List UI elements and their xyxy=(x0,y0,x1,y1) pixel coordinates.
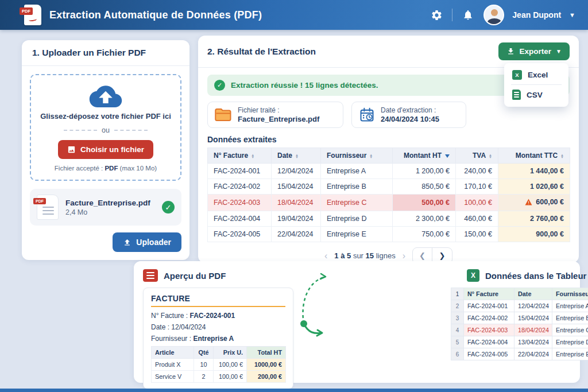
avatar[interactable] xyxy=(483,5,504,25)
topbar-divider xyxy=(452,9,452,21)
table-row: FAC-2024-00419/04/2024Entreprise D 2 300… xyxy=(208,211,570,227)
sheet-header-row: 1 N° Facture Date Fournisseur Montant HT… xyxy=(451,288,588,300)
invoice-number-value: FAC-2024-001 xyxy=(190,312,235,320)
export-menu: X Excel CSV xyxy=(504,63,568,107)
upload-icon xyxy=(123,238,131,247)
mini-col-qte: Qté xyxy=(194,347,214,359)
file-name: Facture_Entreprise.pdf xyxy=(65,199,155,207)
sort-icon: ▲▼ xyxy=(560,154,564,158)
check-circle-icon: ✓ xyxy=(162,201,175,214)
divider-dash xyxy=(64,130,97,131)
invoice-item-row: Produit X 10 100,00 € 1000,00 € xyxy=(152,359,286,371)
sheet-row: 2 FAC-2024-00112/04/2024Entreprise A 1 2… xyxy=(451,300,588,312)
mini-col-article: Article xyxy=(152,347,194,359)
table-header-row: N° Facture▲▼ Date▲▼ Fournisseur▲▼ Montan… xyxy=(208,148,570,164)
pdf-badge: PDF xyxy=(33,198,46,204)
dropzone-text: Glissez-déposez votre fichier PDF ici xyxy=(38,112,173,121)
warning-icon xyxy=(525,199,532,207)
col-header-tva[interactable]: TVA▲▼ xyxy=(456,148,498,164)
mini-col-prix: Prix U. xyxy=(214,347,247,359)
table-row-alert: FAC-2024-00318/04/2024Entreprise C 500,0… xyxy=(208,195,570,211)
pagination-prev-icon[interactable]: ‹ xyxy=(324,251,327,261)
dropzone[interactable]: Glissez-déposez votre fichier PDF ici ou… xyxy=(30,74,181,181)
pdf-file-icon: PDF xyxy=(37,195,59,220)
sheet-title: Données dans le Tableur xyxy=(485,271,586,281)
divider-dash xyxy=(114,130,148,131)
table-row: FAC-2024-00522/04/2024Entreprise E 750,0… xyxy=(208,227,570,242)
sheet-row-alert: 4 FAC-2024-00318/04/2024Entreprise C 500… xyxy=(451,324,588,336)
bell-icon[interactable] xyxy=(461,7,475,22)
export-menu-item-excel[interactable]: X Excel xyxy=(504,65,568,84)
sheet-row: 6 FAC-2024-00522/04/2024Entreprise E 750… xyxy=(451,348,588,360)
spreadsheet-table: 1 N° Facture Date Fournisseur Montant HT… xyxy=(451,288,588,360)
pagination-text: 1 à 5 sur 15 lignes xyxy=(334,251,395,260)
chevron-down-icon[interactable]: ▼ xyxy=(569,11,575,18)
table-row: FAC-2024-00215/04/2024Entreprise B 850,5… xyxy=(208,179,570,195)
success-message: Extraction réussie ! 15 lignes détectées… xyxy=(231,81,378,90)
sort-icon: ▲▼ xyxy=(489,154,492,158)
sheet-row: 3 FAC-2024-00215/04/2024Entreprise B 850… xyxy=(451,312,588,324)
pagination-next-icon[interactable]: › xyxy=(403,251,405,261)
mapping-panel: Aperçu du PDF FACTURE N° Facture : FAC-2… xyxy=(134,261,580,383)
upload-button[interactable]: Uploader xyxy=(113,232,181,252)
col-header-montant-ttc[interactable]: Montant TTC▲▼ xyxy=(498,148,570,164)
upload-panel: 1. Uploader un Fichier PDF Glissez-dépos… xyxy=(22,40,189,260)
col-header-facture[interactable]: N° Facture▲▼ xyxy=(208,148,272,164)
export-button[interactable]: Exporter ▼ xyxy=(498,42,570,60)
sort-icon: ▲▼ xyxy=(251,154,254,158)
invoice-title: FACTURE xyxy=(151,294,285,307)
export-button-label: Exporter xyxy=(520,47,552,56)
csv-icon xyxy=(512,90,521,100)
sheet-row: 5 FAC-2024-00413/04/2024Entreprise D 2 3… xyxy=(451,336,588,348)
pdf-preview-title: Aperçu du PDF xyxy=(164,271,226,281)
folder-icon xyxy=(215,107,232,122)
chevron-down-icon: ▼ xyxy=(556,48,562,55)
sort-icon: ▲▼ xyxy=(369,154,373,158)
processed-file-label: Fichier traité : xyxy=(238,106,319,114)
col-header-montant-ht[interactable]: Montant HT xyxy=(393,148,456,164)
file-size: 2,4 Mo xyxy=(65,208,155,216)
success-check-icon: ✓ xyxy=(214,80,225,91)
upload-button-label: Uploader xyxy=(136,238,171,247)
excel-icon: X xyxy=(467,269,479,282)
accept-format: PDF xyxy=(105,165,118,172)
download-icon xyxy=(506,47,515,56)
pdf-preview-icon xyxy=(143,269,158,282)
col-header-fournisseur[interactable]: Fournisseur▲▼ xyxy=(321,148,393,164)
choose-file-button[interactable]: Choisir un fichier xyxy=(58,140,153,159)
excel-icon: X xyxy=(512,70,522,80)
invoice-items-table: Article Qté Prix U. Total HT Produit X 1… xyxy=(151,346,286,383)
extraction-date-value: 24/04/2024 10:45 xyxy=(381,115,439,123)
col-header-date[interactable]: Date▲▼ xyxy=(272,148,321,164)
export-csv-label: CSV xyxy=(527,91,543,99)
extracted-data-title: Données extraites xyxy=(207,135,570,144)
user-name[interactable]: Jean Dupont xyxy=(512,10,561,20)
upload-panel-title: 1. Uploader un Fichier PDF xyxy=(22,40,189,66)
cloud-upload-icon xyxy=(38,84,173,107)
pdf-badge: PDF xyxy=(20,7,33,15)
app-logo-pdf-icon: PDF xyxy=(24,5,41,25)
table-row: FAC-2024-00112/04/2024Entreprise A 1 200… xyxy=(208,164,570,179)
processed-file-card: Fichier traité : Facture_Entreprise.pdf xyxy=(207,102,343,128)
accept-label: Fichier accepté : xyxy=(55,165,103,172)
invoice-number-label: N° Facture : xyxy=(151,312,188,320)
calendar-clock-icon xyxy=(359,107,375,123)
invoice-item-row: Service V 2 100,00 € 200,00 € xyxy=(152,371,286,383)
gear-icon[interactable] xyxy=(429,7,444,22)
uploaded-file-card: PDF Facture_Entreprise.pdf 2,4 Mo ✓ xyxy=(30,189,181,226)
app-title: Extraction Automatique de Données (PDF) xyxy=(49,9,262,21)
export-menu-item-csv[interactable]: CSV xyxy=(504,85,568,104)
result-panel: 2. Résultat de l'Extraction Exporter ▼ X… xyxy=(198,36,579,263)
mini-col-total: Total HT xyxy=(247,347,286,359)
extraction-date-label: Date d'extraction : xyxy=(381,106,439,114)
invoice-date-value: 12/04/2024 xyxy=(171,323,206,331)
extracted-data-table: N° Facture▲▼ Date▲▼ Fournisseur▲▼ Montan… xyxy=(207,148,570,242)
file-image-icon xyxy=(67,145,76,154)
signature-squiggle xyxy=(29,17,37,22)
invoice-date-label: Date : xyxy=(151,323,169,331)
sort-desc-icon xyxy=(445,154,450,158)
extraction-date-card: Date d'extraction : 24/04/2024 10:45 xyxy=(351,102,466,128)
export-excel-label: Excel xyxy=(528,71,548,79)
invoice-supplier-label: Fournisseur : xyxy=(151,335,191,343)
result-panel-title: 2. Résultat de l'Extraction xyxy=(207,46,316,57)
